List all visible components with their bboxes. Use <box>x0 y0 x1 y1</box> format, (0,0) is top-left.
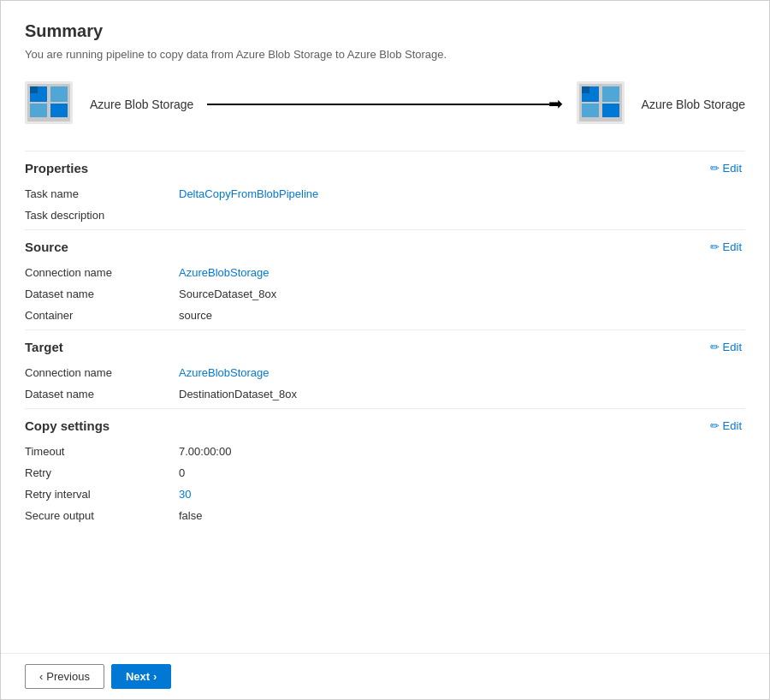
chevron-right-icon: › <box>153 670 157 683</box>
section-header-copy-settings: Copy settings✏Edit <box>25 408 745 441</box>
field-value[interactable]: AzureBlobStorage <box>179 366 270 379</box>
field-value: SourceDataset_8ox <box>179 288 276 300</box>
page-subtitle: You are running pipeline to copy data fr… <box>25 48 745 61</box>
section-properties: Properties✏EditTask nameDeltaCopyFromBlo… <box>25 151 745 226</box>
pencil-icon: ✏ <box>710 341 720 353</box>
edit-button-source[interactable]: ✏Edit <box>707 239 745 255</box>
field-row: Task description <box>25 205 745 226</box>
source-label: Azure Blob Storage <box>90 98 193 111</box>
next-label: Next <box>126 670 150 683</box>
section-copy-settings: Copy settings✏EditTimeout7.00:00:00Retry… <box>25 408 745 526</box>
svg-rect-6 <box>30 86 38 93</box>
field-label: Secure output <box>25 509 179 522</box>
edit-label-target: Edit <box>723 341 742 353</box>
field-label: Retry <box>25 466 179 479</box>
section-header-target: Target✏Edit <box>25 329 745 362</box>
field-value: source <box>179 309 212 322</box>
field-label: Connection name <box>25 366 179 379</box>
edit-label-properties: Edit <box>723 162 742 175</box>
section-target: Target✏EditConnection nameAzureBlobStora… <box>25 329 745 405</box>
field-row: Dataset nameSourceDataset_8ox <box>25 283 745 305</box>
pencil-icon: ✏ <box>710 419 720 432</box>
chevron-left-icon: ‹ <box>39 670 43 683</box>
svg-rect-11 <box>582 104 599 117</box>
next-button[interactable]: Next › <box>111 664 172 689</box>
svg-rect-5 <box>50 104 68 117</box>
section-title-properties: Properties <box>25 161 88 175</box>
field-value: 7.00:00:00 <box>179 445 231 458</box>
target-blob-icon <box>577 81 625 127</box>
field-label: Container <box>25 309 179 322</box>
pencil-icon: ✏ <box>710 162 720 175</box>
arrow-head-icon: ➡ <box>548 95 563 112</box>
field-label: Connection name <box>25 266 179 279</box>
field-row: Connection nameAzureBlobStorage <box>25 362 745 383</box>
field-row: Task nameDeltaCopyFromBlobPipeline <box>25 183 745 205</box>
target-label: Azure Blob Storage <box>642 98 745 111</box>
page-title: Summary <box>25 21 745 41</box>
edit-button-copy-settings[interactable]: ✏Edit <box>707 418 745 434</box>
field-row: Secure outputfalse <box>25 505 745 526</box>
svg-rect-13 <box>582 86 589 93</box>
section-header-source: Source✏Edit <box>25 229 745 262</box>
field-row: Retry0 <box>25 462 745 483</box>
svg-rect-3 <box>50 86 68 102</box>
edit-button-properties[interactable]: ✏Edit <box>707 160 745 176</box>
field-row: Timeout7.00:00:00 <box>25 441 745 462</box>
pipeline-flow: Azure Blob Storage ➡ Azure Blob Storage <box>25 81 745 127</box>
edit-label-source: Edit <box>723 240 742 253</box>
pencil-icon: ✏ <box>710 240 720 253</box>
field-value[interactable]: AzureBlobStorage <box>179 266 270 279</box>
field-label: Timeout <box>25 445 179 458</box>
previous-button[interactable]: ‹ Previous <box>25 664 104 689</box>
field-row: Containersource <box>25 305 745 326</box>
edit-label-copy-settings: Edit <box>723 419 742 432</box>
field-value: false <box>179 509 202 522</box>
svg-rect-4 <box>30 104 47 117</box>
section-header-properties: Properties✏Edit <box>25 151 745 183</box>
sections-container: Properties✏EditTask nameDeltaCopyFromBlo… <box>25 151 745 526</box>
field-label: Dataset name <box>25 388 179 400</box>
field-value: 0 <box>179 466 185 479</box>
footer: ‹ Previous Next › <box>1 653 769 699</box>
field-label: Task description <box>25 209 179 222</box>
section-source: Source✏EditConnection nameAzureBlobStora… <box>25 229 745 326</box>
section-title-target: Target <box>25 340 63 354</box>
field-label: Retry interval <box>25 488 179 501</box>
source-blob-icon <box>25 81 73 127</box>
svg-rect-12 <box>602 104 619 117</box>
field-value: DestinationDataset_8ox <box>179 388 297 400</box>
edit-button-target[interactable]: ✏Edit <box>707 339 745 355</box>
field-label: Dataset name <box>25 288 179 300</box>
field-value[interactable]: 30 <box>179 488 191 501</box>
svg-rect-10 <box>602 86 619 102</box>
section-title-copy-settings: Copy settings <box>25 418 110 433</box>
field-row: Retry interval30 <box>25 483 745 505</box>
field-value[interactable]: DeltaCopyFromBlobPipeline <box>179 187 318 200</box>
field-label: Task name <box>25 187 179 200</box>
field-row: Dataset nameDestinationDataset_8ox <box>25 383 745 405</box>
section-title-source: Source <box>25 240 68 254</box>
field-row: Connection nameAzureBlobStorage <box>25 262 745 283</box>
previous-label: Previous <box>46 670 90 683</box>
